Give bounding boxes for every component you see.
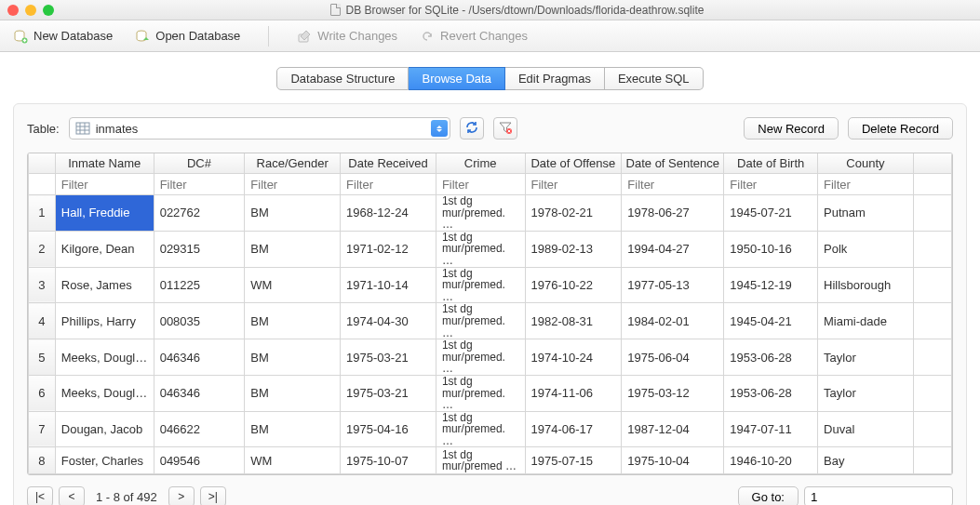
cell-race-gender[interactable]: WM (245, 267, 341, 303)
goto-button[interactable]: Go to: (738, 486, 799, 505)
delete-record-button[interactable]: Delete Record (848, 117, 953, 140)
cell-date-received[interactable]: 1971-10-14 (341, 267, 436, 303)
cell-date-received[interactable]: 1975-03-21 (341, 375, 436, 411)
table-row[interactable]: 4Phillips, Harry008035BM1974-04-301st dg… (29, 303, 952, 339)
filter-input[interactable] (818, 174, 913, 194)
goto-input[interactable] (804, 486, 953, 505)
cell-date-received[interactable]: 1971-02-12 (341, 231, 436, 267)
tab-browse-data[interactable]: Browse Data (409, 67, 504, 90)
cell-dc-number[interactable]: 008035 (154, 303, 245, 339)
filter-input[interactable] (245, 174, 340, 194)
cell-county[interactable]: Taylor (818, 339, 914, 376)
col-header[interactable]: Crime (436, 153, 525, 174)
cell-date-sentence[interactable]: 1975-03-12 (622, 375, 724, 411)
cell-date-sentence[interactable]: 1975-10-04 (622, 447, 724, 474)
cell-race-gender[interactable]: BM (245, 231, 341, 267)
row-number[interactable]: 2 (29, 231, 56, 267)
cell-date-offense[interactable]: 1982-08-31 (525, 303, 622, 339)
cell-crime[interactable]: 1st dg mur/premed. … (436, 303, 525, 339)
cell-race-gender[interactable]: BM (245, 339, 341, 376)
cell-race-gender[interactable]: WM (245, 447, 341, 474)
cell-county[interactable]: Polk (818, 231, 914, 267)
cell-crime[interactable]: 1st dg mur/premed. … (436, 267, 525, 303)
cell-date-sentence[interactable]: 1987-12-04 (622, 411, 724, 447)
cell-race-gender[interactable]: BM (245, 195, 341, 232)
cell-inmate-name[interactable]: Rose, James (55, 267, 154, 303)
col-header[interactable]: Date of Birth (724, 153, 818, 174)
revert-changes-button[interactable]: Revert Changes (420, 29, 528, 44)
cell-inmate-name[interactable]: Meeks, Douglas (55, 375, 154, 411)
col-header[interactable]: DC# (154, 153, 245, 174)
cell-date-birth[interactable]: 1945-04-21 (724, 303, 818, 339)
cell-date-offense[interactable]: 1974-11-06 (525, 375, 622, 411)
table-select[interactable]: inmates (69, 117, 450, 140)
tab-edit-pragmas[interactable]: Edit Pragmas (505, 67, 605, 90)
cell-county[interactable]: Hillsborough (818, 267, 914, 303)
table-row[interactable]: 5Meeks, Douglas046346BM1975-03-211st dg … (29, 339, 952, 376)
cell-crime[interactable]: 1st dg mur/premed. … (436, 339, 525, 376)
table-row[interactable]: 6Meeks, Douglas046346BM1975-03-211st dg … (29, 375, 952, 411)
close-window-icon[interactable] (7, 5, 19, 16)
cell-date-sentence[interactable]: 1994-04-27 (622, 231, 724, 267)
pager-next-button[interactable]: > (168, 486, 195, 505)
open-database-button[interactable]: Open Database (135, 29, 240, 44)
cell-crime[interactable]: 1st dg mur/premed. … (436, 195, 525, 232)
cell-crime[interactable]: 1st dg mur/premed. … (436, 231, 525, 267)
filter-input[interactable] (622, 174, 723, 194)
cell-crime[interactable]: 1st dg mur/premed. … (436, 411, 525, 447)
cell-date-received[interactable]: 1974-04-30 (341, 303, 436, 339)
filter-input[interactable] (724, 174, 817, 194)
cell-inmate-name[interactable]: Phillips, Harry (55, 303, 154, 339)
cell-date-received[interactable]: 1975-03-21 (341, 339, 436, 376)
cell-county[interactable]: Duval (818, 411, 914, 447)
new-record-button[interactable]: New Record (744, 117, 839, 140)
cell-date-offense[interactable]: 1974-06-17 (525, 411, 622, 447)
write-changes-button[interactable]: Write Changes (297, 29, 397, 44)
cell-county[interactable]: Miami-dade (818, 303, 914, 339)
cell-date-birth[interactable]: 1945-07-21 (724, 195, 818, 232)
cell-race-gender[interactable]: BM (245, 411, 341, 447)
table-row[interactable]: 7Dougan, Jacob046622BM1975-04-161st dg m… (29, 411, 952, 447)
cell-race-gender[interactable]: BM (245, 375, 341, 411)
cell-dc-number[interactable]: 046346 (154, 339, 245, 376)
cell-date-birth[interactable]: 1947-07-11 (724, 411, 818, 447)
cell-dc-number[interactable]: 011225 (154, 267, 245, 303)
cell-dc-number[interactable]: 022762 (154, 195, 245, 232)
cell-dc-number[interactable]: 046622 (154, 411, 245, 447)
cell-date-birth[interactable]: 1945-12-19 (724, 267, 818, 303)
data-grid[interactable]: Inmate Name DC# Race/Gender Date Receive… (27, 153, 953, 475)
col-header[interactable]: Date of Offense (525, 153, 622, 174)
cell-date-sentence[interactable]: 1984-02-01 (622, 303, 724, 339)
table-row[interactable]: 1Hall, Freddie022762BM1968-12-241st dg m… (29, 195, 952, 232)
cell-date-offense[interactable]: 1978-02-21 (525, 195, 622, 232)
tab-database-structure[interactable]: Database Structure (276, 67, 409, 90)
cell-date-offense[interactable]: 1976-10-22 (525, 267, 622, 303)
cell-date-birth[interactable]: 1950-10-16 (724, 231, 818, 267)
row-number[interactable]: 5 (29, 339, 56, 376)
row-number[interactable]: 3 (29, 267, 56, 303)
clear-filters-button[interactable] (493, 117, 517, 140)
col-header[interactable]: Date of Sentence (622, 153, 724, 174)
cell-date-offense[interactable]: 1989-02-13 (525, 231, 622, 267)
cell-inmate-name[interactable]: Kilgore, Dean (55, 231, 154, 267)
cell-date-received[interactable]: 1975-04-16 (341, 411, 436, 447)
row-number[interactable]: 4 (29, 303, 56, 339)
cell-county[interactable]: Bay (818, 447, 914, 474)
cell-date-offense[interactable]: 1975-07-15 (525, 447, 622, 474)
cell-inmate-name[interactable]: Foster, Charles (55, 447, 154, 474)
cell-date-birth[interactable]: 1946-10-20 (724, 447, 818, 474)
filter-input[interactable] (526, 174, 622, 194)
refresh-button[interactable] (460, 117, 484, 140)
new-database-button[interactable]: New Database (13, 29, 113, 44)
cell-date-received[interactable]: 1975-10-07 (341, 447, 436, 474)
row-number[interactable]: 1 (29, 195, 56, 232)
cell-dc-number[interactable]: 029315 (154, 231, 245, 267)
col-header[interactable]: Date Received (341, 153, 436, 174)
pager-last-button[interactable]: >| (200, 486, 226, 505)
cell-inmate-name[interactable]: Meeks, Douglas (55, 339, 154, 376)
cell-dc-number[interactable]: 049546 (154, 447, 245, 474)
col-header[interactable]: County (818, 153, 914, 174)
cell-county[interactable]: Putnam (818, 195, 914, 232)
cell-date-offense[interactable]: 1974-10-24 (525, 339, 622, 376)
row-number[interactable]: 6 (29, 375, 56, 411)
